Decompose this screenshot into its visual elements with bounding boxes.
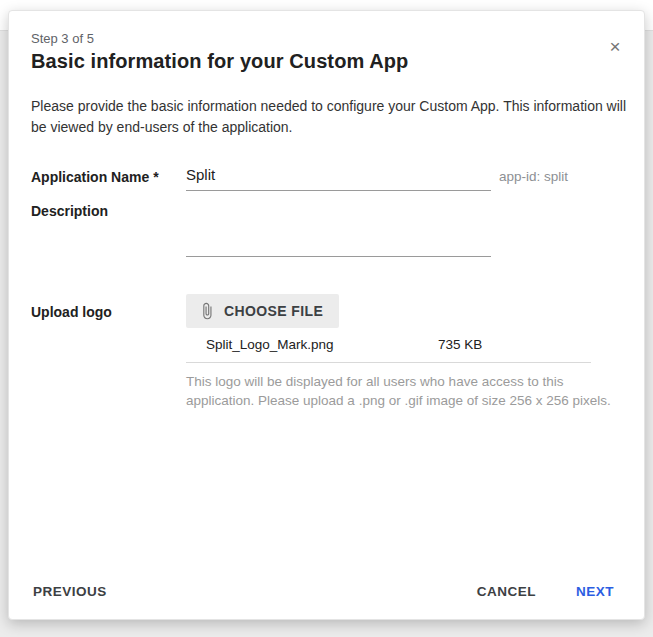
dialog-description: Please provide the basic information nee…	[31, 96, 627, 138]
step-indicator: Step 3 of 5	[31, 31, 94, 46]
application-name-label: Application Name *	[31, 161, 186, 185]
close-icon[interactable]: ×	[602, 33, 628, 59]
upload-help-text: This logo will be displayed for all user…	[186, 372, 622, 410]
custom-app-dialog: Step 3 of 5 Basic information for your C…	[8, 10, 645, 620]
basic-info-form: Application Name * app-id: split Descrip…	[31, 161, 622, 410]
uploaded-file-name: Split_Logo_Mark.png	[206, 337, 334, 352]
uploaded-file-row: Split_Logo_Mark.png 735 KB	[186, 337, 622, 357]
previous-button[interactable]: PREVIOUS	[31, 578, 109, 605]
dialog-footer: PREVIOUS CANCEL NEXT	[31, 578, 616, 605]
choose-file-label: CHOOSE FILE	[224, 303, 323, 319]
dialog-title: Basic information for your Custom App	[31, 50, 408, 73]
description-row: Description	[31, 201, 622, 257]
paperclip-icon	[198, 302, 216, 320]
application-name-row: Application Name * app-id: split	[31, 161, 622, 191]
footer-right-actions: CANCEL NEXT	[475, 578, 616, 605]
next-button[interactable]: NEXT	[574, 578, 616, 605]
uploaded-file-size: 735 KB	[438, 337, 482, 352]
cancel-button[interactable]: CANCEL	[475, 578, 538, 605]
application-name-input[interactable]	[186, 161, 491, 191]
upload-logo-row: Upload logo CHOOSE FILE Split_Logo_Mark.…	[31, 294, 622, 410]
file-row-divider	[186, 362, 591, 363]
application-name-field-wrap: app-id: split	[186, 161, 568, 191]
app-id-hint: app-id: split	[499, 161, 568, 184]
description-input[interactable]	[186, 201, 491, 257]
upload-logo-column: CHOOSE FILE Split_Logo_Mark.png 735 KB T…	[186, 294, 622, 410]
description-label: Description	[31, 201, 186, 219]
choose-file-button[interactable]: CHOOSE FILE	[186, 294, 339, 328]
upload-logo-label: Upload logo	[31, 294, 186, 320]
